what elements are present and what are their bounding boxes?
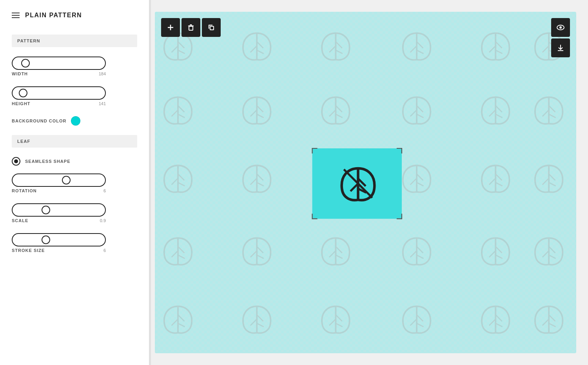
background-color-label: BACKGROUND COLOR [12,119,66,123]
stroke-slider-container: STROKE SIZE 6 [12,233,137,253]
scale-value: 0.9 [100,218,106,223]
seamless-shape-radio[interactable] [12,157,20,166]
stroke-size-value: 6 [103,248,106,253]
panel-title: PLAIN PATTERN [25,12,82,19]
menu-icon[interactable] [12,13,20,18]
background-color-row: BACKGROUND COLOR [12,116,137,126]
stroke-slider-thumb[interactable] [42,235,50,244]
svg-rect-2 [189,26,193,30]
seamless-shape-row: SEAMLESS SHAPE [12,157,137,166]
rotation-label: ROTATION [12,188,37,193]
top-toolbar [161,18,221,37]
duplicate-button[interactable] [202,18,221,37]
width-value: 184 [99,71,106,76]
height-value: 141 [99,101,106,106]
rotation-slider[interactable] [12,173,106,187]
rotation-slider-container: ROTATION 6 [12,173,137,193]
scale-control: SCALE 0.9 [12,203,137,225]
delete-button[interactable] [181,18,200,37]
background-color-swatch[interactable] [71,116,80,126]
height-slider[interactable] [12,86,106,100]
seamless-shape-label: SEAMLESS SHAPE [25,159,70,164]
scale-slider[interactable] [12,203,106,217]
svg-point-9 [559,26,562,29]
width-slider[interactable] [12,57,106,70]
scale-label: SCALE [12,218,28,223]
stroke-size-label: STROKE SIZE [12,248,45,253]
svg-rect-7 [210,26,214,30]
stroke-size-control: STROKE SIZE 6 [12,233,137,255]
left-panel: PLAIN PATTERN PATTERN WIDTH 184 [0,0,149,365]
add-button[interactable] [161,18,180,37]
width-slider-thumb[interactable] [21,59,30,68]
stroke-slider[interactable] [12,233,106,246]
canvas-area [151,0,588,365]
preview-button[interactable] [551,18,570,37]
width-slider-container: WIDTH 184 [12,57,137,76]
right-toolbar [551,18,570,57]
height-slider-container: HEIGHT 141 [12,86,137,106]
scale-slider-thumb[interactable] [42,206,50,214]
width-label: WIDTH [12,71,28,76]
download-button[interactable] [551,38,570,57]
canvas-wrapper[interactable] [155,12,576,353]
pattern-section-label: PATTERN [12,35,137,47]
width-control: WIDTH 184 [12,57,137,78]
leaf-section-label: LEAF [12,135,137,148]
rotation-control: ROTATION 6 [12,173,137,195]
height-slider-thumb[interactable] [19,89,27,97]
height-label: HEIGHT [12,101,31,106]
rotation-value: 6 [103,188,106,193]
height-control: HEIGHT 141 [12,86,137,108]
panel-header: PLAIN PATTERN [12,12,137,19]
scale-slider-container: SCALE 0.9 [12,203,137,223]
rotation-slider-thumb[interactable] [62,176,71,184]
